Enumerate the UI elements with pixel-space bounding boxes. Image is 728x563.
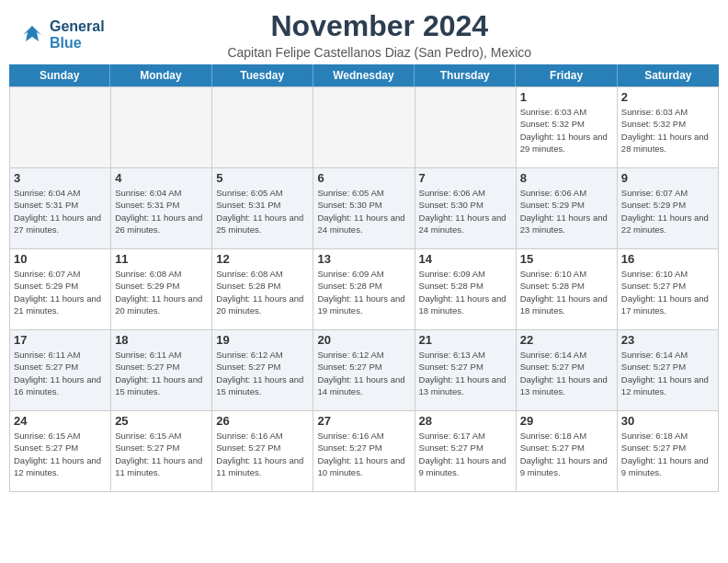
day-number: 23 — [621, 333, 714, 347]
day-info: Sunrise: 6:03 AM Sunset: 5:32 PM Dayligh… — [520, 106, 613, 155]
day-info: Sunrise: 6:18 AM Sunset: 5:27 PM Dayligh… — [621, 430, 714, 478]
day-number: 15 — [520, 252, 613, 266]
day-info: Sunrise: 6:06 AM Sunset: 5:30 PM Dayligh… — [419, 187, 512, 236]
day-info: Sunrise: 6:10 AM Sunset: 5:27 PM Dayligh… — [621, 268, 714, 316]
calendar-cell: 10Sunrise: 6:07 AM Sunset: 5:29 PM Dayli… — [10, 249, 111, 330]
calendar-cell: 3Sunrise: 6:04 AM Sunset: 5:31 PM Daylig… — [10, 168, 111, 249]
calendar-cell: 30Sunrise: 6:18 AM Sunset: 5:27 PM Dayli… — [618, 411, 719, 492]
calendar-cell: 9Sunrise: 6:07 AM Sunset: 5:29 PM Daylig… — [618, 168, 719, 249]
calendar-cell — [10, 87, 111, 168]
calendar-cell: 22Sunrise: 6:14 AM Sunset: 5:27 PM Dayli… — [517, 330, 618, 411]
day-info: Sunrise: 6:08 AM Sunset: 5:29 PM Dayligh… — [115, 268, 208, 316]
calendar-cell: 1Sunrise: 6:03 AM Sunset: 5:32 PM Daylig… — [517, 87, 618, 168]
calendar-cell: 24Sunrise: 6:15 AM Sunset: 5:27 PM Dayli… — [10, 411, 111, 492]
calendar-cell: 28Sunrise: 6:17 AM Sunset: 5:27 PM Dayli… — [415, 411, 517, 492]
calendar-cell: 11Sunrise: 6:08 AM Sunset: 5:29 PM Dayli… — [111, 249, 212, 330]
calendar-cell: 19Sunrise: 6:12 AM Sunset: 5:27 PM Dayli… — [212, 330, 313, 411]
logo: General Blue — [18, 18, 105, 52]
day-number: 10 — [14, 252, 107, 266]
day-info: Sunrise: 6:10 AM Sunset: 5:28 PM Dayligh… — [520, 268, 613, 316]
calendar-cell: 2Sunrise: 6:03 AM Sunset: 5:32 PM Daylig… — [618, 87, 719, 168]
calendar-cell — [111, 87, 212, 168]
calendar-cell: 25Sunrise: 6:15 AM Sunset: 5:27 PM Dayli… — [111, 411, 212, 492]
day-number: 20 — [317, 333, 410, 347]
calendar-cell: 12Sunrise: 6:08 AM Sunset: 5:28 PM Dayli… — [212, 249, 313, 330]
calendar-cell: 20Sunrise: 6:12 AM Sunset: 5:27 PM Dayli… — [313, 330, 415, 411]
day-info: Sunrise: 6:05 AM Sunset: 5:31 PM Dayligh… — [216, 187, 309, 236]
day-number: 19 — [216, 333, 309, 347]
day-number: 18 — [115, 333, 208, 347]
calendar-cell: 29Sunrise: 6:18 AM Sunset: 5:27 PM Dayli… — [517, 411, 618, 492]
page-container: General Blue November 2024 Capitan Felip… — [0, 0, 728, 492]
day-number: 22 — [520, 333, 613, 347]
day-info: Sunrise: 6:08 AM Sunset: 5:28 PM Dayligh… — [216, 268, 309, 316]
day-number: 26 — [216, 414, 309, 428]
day-info: Sunrise: 6:16 AM Sunset: 5:27 PM Dayligh… — [317, 430, 410, 478]
day-number: 27 — [317, 414, 410, 428]
calendar-cell: 18Sunrise: 6:11 AM Sunset: 5:27 PM Dayli… — [111, 330, 212, 411]
day-number: 7 — [419, 171, 512, 185]
day-info: Sunrise: 6:04 AM Sunset: 5:31 PM Dayligh… — [14, 187, 107, 236]
calendar-row: 1Sunrise: 6:03 AM Sunset: 5:32 PM Daylig… — [10, 87, 719, 168]
logo-icon — [18, 21, 46, 49]
calendar: SundayMondayTuesdayWednesdayThursdayFrid… — [9, 64, 719, 492]
calendar-cell: 21Sunrise: 6:13 AM Sunset: 5:27 PM Dayli… — [415, 330, 517, 411]
day-info: Sunrise: 6:11 AM Sunset: 5:27 PM Dayligh… — [115, 349, 208, 397]
calendar-cell: 23Sunrise: 6:14 AM Sunset: 5:27 PM Dayli… — [618, 330, 719, 411]
calendar-row: 3Sunrise: 6:04 AM Sunset: 5:31 PM Daylig… — [10, 168, 719, 249]
day-number: 6 — [317, 171, 410, 185]
calendar-cell: 17Sunrise: 6:11 AM Sunset: 5:27 PM Dayli… — [10, 330, 111, 411]
day-number: 24 — [14, 414, 107, 428]
day-number: 9 — [621, 171, 714, 185]
day-info: Sunrise: 6:16 AM Sunset: 5:27 PM Dayligh… — [216, 430, 309, 478]
day-info: Sunrise: 6:06 AM Sunset: 5:29 PM Dayligh… — [520, 187, 613, 236]
day-info: Sunrise: 6:09 AM Sunset: 5:28 PM Dayligh… — [419, 268, 512, 316]
day-info: Sunrise: 6:12 AM Sunset: 5:27 PM Dayligh… — [317, 349, 410, 397]
calendar-cell — [415, 87, 517, 168]
title-section: November 2024 Capitan Felipe Castellanos… — [105, 9, 710, 60]
day-info: Sunrise: 6:15 AM Sunset: 5:27 PM Dayligh… — [14, 430, 107, 478]
logo-text: General Blue — [50, 18, 105, 52]
calendar-cell: 14Sunrise: 6:09 AM Sunset: 5:28 PM Dayli… — [415, 249, 517, 330]
subtitle: Capitan Felipe Castellanos Diaz (San Ped… — [105, 45, 654, 60]
calendar-header-cell: Sunday — [9, 64, 110, 86]
day-number: 1 — [520, 90, 613, 104]
day-info: Sunrise: 6:18 AM Sunset: 5:27 PM Dayligh… — [520, 430, 613, 478]
day-info: Sunrise: 6:12 AM Sunset: 5:27 PM Dayligh… — [216, 349, 309, 397]
day-info: Sunrise: 6:13 AM Sunset: 5:27 PM Dayligh… — [419, 349, 512, 397]
day-number: 14 — [419, 252, 512, 266]
day-number: 28 — [419, 414, 512, 428]
calendar-body: 1Sunrise: 6:03 AM Sunset: 5:32 PM Daylig… — [9, 86, 719, 492]
day-number: 5 — [216, 171, 309, 185]
calendar-row: 24Sunrise: 6:15 AM Sunset: 5:27 PM Dayli… — [10, 411, 719, 492]
day-number: 2 — [621, 90, 714, 104]
calendar-cell — [212, 87, 313, 168]
day-info: Sunrise: 6:04 AM Sunset: 5:31 PM Dayligh… — [115, 187, 208, 236]
calendar-cell — [313, 87, 415, 168]
calendar-cell: 16Sunrise: 6:10 AM Sunset: 5:27 PM Dayli… — [618, 249, 719, 330]
calendar-header-cell: Friday — [516, 64, 617, 86]
month-title: November 2024 — [105, 9, 654, 43]
day-number: 17 — [14, 333, 107, 347]
calendar-row: 10Sunrise: 6:07 AM Sunset: 5:29 PM Dayli… — [10, 249, 719, 330]
calendar-cell: 8Sunrise: 6:06 AM Sunset: 5:29 PM Daylig… — [517, 168, 618, 249]
day-number: 4 — [115, 171, 208, 185]
day-info: Sunrise: 6:05 AM Sunset: 5:30 PM Dayligh… — [317, 187, 410, 236]
header: General Blue November 2024 Capitan Felip… — [0, 0, 728, 64]
day-number: 11 — [115, 252, 208, 266]
calendar-row: 17Sunrise: 6:11 AM Sunset: 5:27 PM Dayli… — [10, 330, 719, 411]
day-number: 21 — [419, 333, 512, 347]
calendar-cell: 4Sunrise: 6:04 AM Sunset: 5:31 PM Daylig… — [111, 168, 212, 249]
day-number: 12 — [216, 252, 309, 266]
calendar-cell: 5Sunrise: 6:05 AM Sunset: 5:31 PM Daylig… — [212, 168, 313, 249]
day-info: Sunrise: 6:15 AM Sunset: 5:27 PM Dayligh… — [115, 430, 208, 478]
calendar-cell: 6Sunrise: 6:05 AM Sunset: 5:30 PM Daylig… — [313, 168, 415, 249]
calendar-header-cell: Tuesday — [212, 64, 313, 86]
day-info: Sunrise: 6:14 AM Sunset: 5:27 PM Dayligh… — [520, 349, 613, 397]
calendar-cell: 27Sunrise: 6:16 AM Sunset: 5:27 PM Dayli… — [313, 411, 415, 492]
day-number: 30 — [621, 414, 714, 428]
day-info: Sunrise: 6:17 AM Sunset: 5:27 PM Dayligh… — [419, 430, 512, 478]
day-number: 29 — [520, 414, 613, 428]
day-number: 16 — [621, 252, 714, 266]
day-number: 25 — [115, 414, 208, 428]
